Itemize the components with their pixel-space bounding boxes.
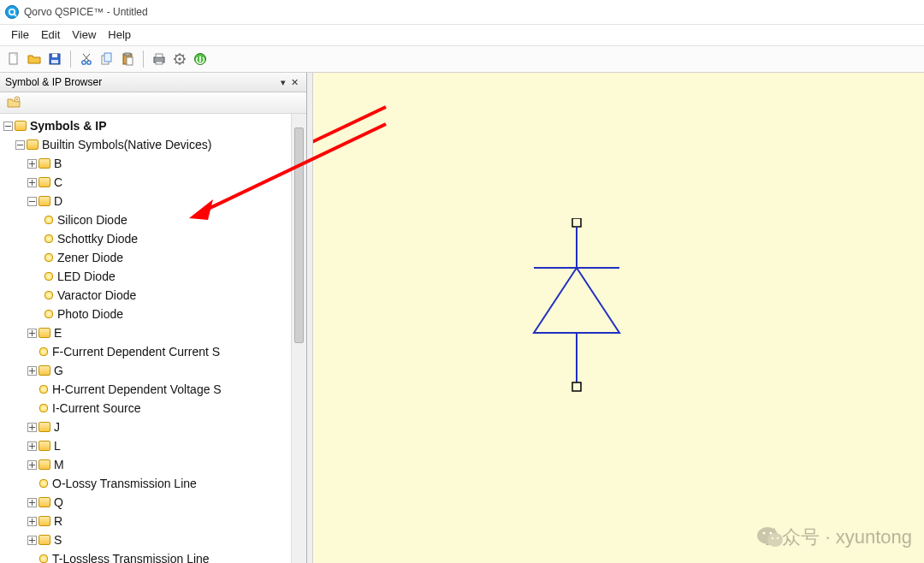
folder-icon xyxy=(38,535,50,545)
tree-leaf-t[interactable]: T-Lossless Transmission Line xyxy=(2,549,291,563)
copy-icon[interactable] xyxy=(98,50,116,68)
svg-marker-37 xyxy=(189,199,213,220)
folder-icon xyxy=(38,196,50,206)
tree-node-l[interactable]: L xyxy=(2,436,291,455)
expand-icon[interactable] xyxy=(27,329,37,338)
diode-symbol[interactable] xyxy=(527,218,664,415)
symbol-icon xyxy=(44,234,53,243)
title-bar: Qorvo QSPICE™ - Untitled xyxy=(0,0,924,25)
tree-node-e[interactable]: E xyxy=(2,323,291,342)
tree-node-s[interactable]: S xyxy=(2,530,291,549)
schematic-canvas[interactable]: D1 D 公众号 · xyuntong xyxy=(313,73,924,563)
cut-icon[interactable] xyxy=(78,50,95,68)
svg-rect-16 xyxy=(127,57,133,65)
symbol-icon xyxy=(39,554,48,563)
folder-icon xyxy=(38,158,50,169)
svg-line-36 xyxy=(198,124,386,214)
svg-line-28 xyxy=(175,62,177,64)
svg-rect-18 xyxy=(156,54,163,57)
svg-point-49 xyxy=(777,537,779,540)
panel-title: Symbol & IP Browser xyxy=(5,76,102,88)
menu-help[interactable]: Help xyxy=(102,27,137,43)
expand-icon[interactable] xyxy=(27,536,37,545)
collapse-icon[interactable] xyxy=(15,140,25,150)
folder-icon xyxy=(38,516,50,526)
symbol-icon xyxy=(44,310,53,318)
svg-point-8 xyxy=(82,61,86,64)
folder-icon xyxy=(27,139,38,150)
svg-line-26 xyxy=(175,55,177,56)
tree-leaf-led-diode[interactable]: LED Diode xyxy=(2,267,291,286)
svg-point-48 xyxy=(772,537,774,540)
tree-node-g[interactable]: G xyxy=(2,361,291,380)
tree-leaf-i[interactable]: I-Current Source xyxy=(2,399,291,418)
tree-leaf-varactor-diode[interactable]: Varactor Diode xyxy=(2,286,291,305)
expand-icon[interactable] xyxy=(27,159,37,169)
folder-icon xyxy=(38,441,50,451)
separator xyxy=(143,50,144,68)
watermark: 公众号 · xyuntong xyxy=(756,524,912,550)
menu-edit[interactable]: Edit xyxy=(35,27,66,43)
symbol-icon xyxy=(44,216,53,224)
menu-file[interactable]: File xyxy=(5,27,35,43)
svg-line-11 xyxy=(83,54,89,61)
run-icon[interactable] xyxy=(192,50,209,68)
collapse-icon[interactable] xyxy=(27,197,37,206)
print-icon[interactable] xyxy=(151,50,168,68)
svg-point-45 xyxy=(767,533,783,547)
save-icon[interactable] xyxy=(46,50,63,68)
svg-rect-7 xyxy=(51,60,58,63)
symbol-icon xyxy=(44,253,53,262)
expand-icon[interactable] xyxy=(27,366,37,376)
menu-bar: File Edit View Help xyxy=(0,25,924,45)
svg-rect-6 xyxy=(52,54,57,57)
svg-rect-15 xyxy=(125,53,130,56)
svg-rect-13 xyxy=(104,53,111,62)
window-title: Qorvo QSPICE™ - Untitled xyxy=(24,6,148,18)
tree-node-m[interactable]: M xyxy=(2,455,291,474)
tree-leaf-photo-diode[interactable]: Photo Diode xyxy=(2,305,291,323)
svg-rect-38 xyxy=(572,218,581,227)
expand-icon[interactable] xyxy=(27,517,37,526)
new-library-icon[interactable] xyxy=(5,94,22,111)
folder-icon xyxy=(38,365,50,376)
new-file-icon[interactable] xyxy=(5,50,22,68)
tree-leaf-o[interactable]: O-Lossy Transmission Line xyxy=(2,474,291,493)
folder-icon xyxy=(38,497,50,507)
svg-line-27 xyxy=(183,62,185,64)
symbol-icon xyxy=(39,385,48,394)
svg-rect-19 xyxy=(156,62,163,64)
menu-view[interactable]: View xyxy=(66,27,102,43)
tree-node-j[interactable]: J xyxy=(2,418,291,436)
toolbar xyxy=(0,45,924,73)
folder-icon xyxy=(15,121,27,131)
expand-icon[interactable] xyxy=(27,423,37,432)
expand-icon[interactable] xyxy=(27,498,37,507)
tree-node-q[interactable]: Q xyxy=(2,493,291,512)
svg-point-0 xyxy=(6,6,19,19)
panel-close-icon[interactable]: ✕ xyxy=(288,77,301,88)
symbol-icon xyxy=(44,291,53,299)
separator xyxy=(70,50,71,68)
symbol-icon xyxy=(44,272,53,281)
folder-icon xyxy=(38,459,50,470)
panel-menu-icon[interactable]: ▾ xyxy=(278,77,288,88)
expand-icon[interactable] xyxy=(27,460,37,470)
expand-icon[interactable] xyxy=(27,178,37,187)
tree-leaf-h[interactable]: H-Current Dependent Voltage S xyxy=(2,380,291,399)
svg-point-47 xyxy=(770,531,773,534)
svg-line-29 xyxy=(183,55,185,56)
collapse-icon[interactable] xyxy=(3,121,13,131)
settings-icon[interactable] xyxy=(171,50,188,68)
paste-icon[interactable] xyxy=(119,50,136,68)
open-file-icon[interactable] xyxy=(26,50,43,68)
folder-icon xyxy=(38,422,50,432)
tree-leaf-f[interactable]: F-Current Dependent Current S xyxy=(2,342,291,361)
expand-icon[interactable] xyxy=(27,442,37,451)
app-icon xyxy=(5,5,19,19)
folder-icon xyxy=(38,177,50,187)
tree-node-r[interactable]: R xyxy=(2,512,291,530)
folder-icon xyxy=(38,328,50,338)
svg-line-10 xyxy=(84,54,90,61)
symbol-icon xyxy=(39,479,48,488)
